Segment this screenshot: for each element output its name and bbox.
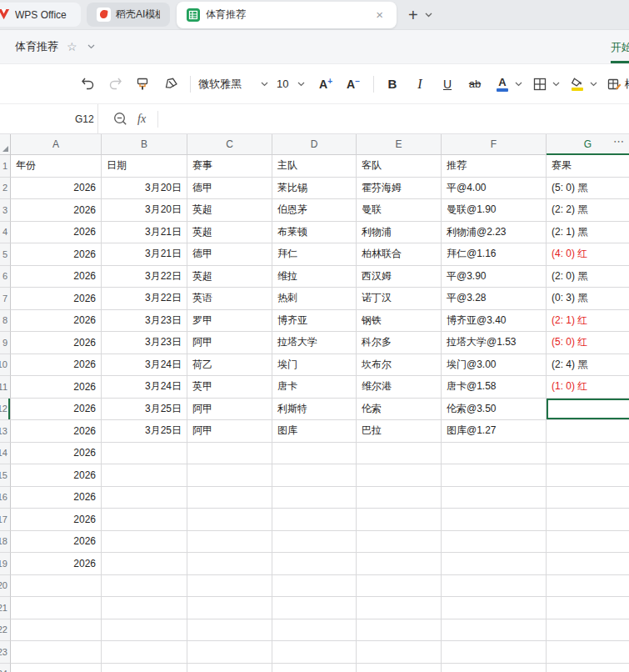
cell[interactable]: 平@4.00: [442, 178, 547, 200]
cell[interactable]: 阿甲: [187, 332, 272, 354]
cell[interactable]: [442, 464, 547, 487]
cell[interactable]: 诺丁汉: [357, 288, 442, 310]
cell[interactable]: (2: 1) 黑: [547, 222, 629, 244]
row-header[interactable]: 1: [0, 155, 11, 178]
row-header[interactable]: 15: [0, 464, 11, 487]
cell[interactable]: 罗甲: [187, 310, 272, 333]
row-header[interactable]: 3: [0, 199, 11, 222]
cell[interactable]: [442, 619, 547, 642]
cell[interactable]: 曼联: [357, 199, 442, 222]
cell[interactable]: 平@3.28: [442, 288, 547, 310]
cell-style-button[interactable]: 样式: [607, 77, 629, 92]
strikethrough-button[interactable]: ab: [464, 73, 486, 96]
cell[interactable]: [442, 443, 547, 465]
cell[interactable]: 柏林联合: [357, 243, 442, 266]
cell[interactable]: [102, 487, 187, 509]
cell[interactable]: [102, 641, 187, 664]
column-header-f[interactable]: F: [442, 134, 547, 155]
cell[interactable]: 2026: [11, 487, 102, 509]
cell[interactable]: 热刺: [272, 288, 357, 310]
bold-button[interactable]: B: [382, 73, 403, 96]
cell[interactable]: 埃门@3.00: [442, 354, 547, 377]
cell[interactable]: 荷乙: [187, 354, 272, 377]
cell[interactable]: [547, 531, 629, 554]
cell[interactable]: 伦索: [357, 399, 442, 421]
cell[interactable]: 2026: [11, 310, 102, 333]
cell[interactable]: [357, 531, 442, 554]
cell[interactable]: 拉塔大学: [272, 332, 357, 354]
cell[interactable]: 博齐亚: [272, 310, 357, 333]
cell[interactable]: [547, 664, 629, 672]
cell[interactable]: [442, 664, 547, 672]
undo-button[interactable]: [77, 73, 98, 96]
ribbon-tab-home[interactable]: 开始: [611, 40, 629, 63]
cell[interactable]: 埃门: [272, 354, 357, 377]
cell[interactable]: [102, 619, 187, 642]
row-header[interactable]: 18: [0, 531, 11, 554]
row-header[interactable]: 6: [0, 266, 11, 288]
cell[interactable]: 2026: [11, 376, 102, 399]
cell[interactable]: 坎布尔: [357, 354, 442, 377]
cell[interactable]: [102, 575, 187, 598]
italic-button[interactable]: I: [409, 73, 431, 96]
cell[interactable]: 西汉姆: [357, 266, 442, 288]
zoom-out-icon[interactable]: [113, 112, 127, 126]
cell[interactable]: [187, 509, 272, 531]
cell[interactable]: 利物浦: [357, 222, 442, 244]
cell[interactable]: [357, 619, 442, 642]
row-header[interactable]: 7: [0, 288, 11, 310]
cell[interactable]: [272, 443, 357, 465]
row-header[interactable]: 2: [0, 178, 11, 200]
cell[interactable]: 唐卡@1.58: [442, 376, 547, 399]
column-header-e[interactable]: E: [357, 134, 442, 155]
cell[interactable]: 伯恩茅: [272, 199, 357, 222]
fill-color-chevron-icon[interactable]: [590, 82, 597, 87]
cell[interactable]: 拜仁: [272, 243, 357, 266]
cell[interactable]: 3月23日: [102, 310, 187, 333]
cell[interactable]: 博齐亚@3.40: [442, 310, 547, 333]
cell[interactable]: 维尔港: [357, 376, 442, 399]
borders-chevron-icon[interactable]: [552, 82, 560, 87]
cell[interactable]: 拉塔大学@1.53: [442, 332, 547, 354]
cell[interactable]: 推荐: [442, 155, 547, 178]
cell[interactable]: [272, 597, 357, 619]
redo-button[interactable]: [104, 73, 126, 96]
tab-docer-ai[interactable]: 稻壳AI模板: [87, 3, 170, 27]
cell[interactable]: 3月22日: [102, 288, 187, 310]
cell[interactable]: [357, 464, 442, 487]
select-all-corner[interactable]: [0, 134, 11, 155]
cell[interactable]: [547, 641, 629, 664]
row-header[interactable]: 4: [0, 222, 11, 244]
cell[interactable]: [272, 487, 357, 509]
cell[interactable]: 英超: [187, 266, 272, 288]
cell[interactable]: [547, 487, 629, 509]
cell[interactable]: [11, 641, 102, 664]
column-header-g-selected[interactable]: G ⋯: [547, 134, 629, 155]
cell[interactable]: 2026: [11, 178, 102, 200]
row-header[interactable]: 8: [0, 310, 11, 333]
cell[interactable]: [442, 575, 547, 598]
cell[interactable]: [272, 664, 357, 672]
column-header-a[interactable]: A: [11, 134, 102, 155]
cell[interactable]: [102, 509, 187, 531]
cell[interactable]: [547, 619, 629, 642]
fill-color-button[interactable]: [567, 73, 588, 96]
cell[interactable]: [357, 443, 442, 465]
cell[interactable]: [187, 597, 272, 619]
cell[interactable]: [357, 553, 442, 575]
cell[interactable]: [272, 619, 357, 642]
cell[interactable]: 赛果: [547, 155, 629, 178]
cell[interactable]: [357, 664, 442, 672]
new-tab-button[interactable]: +: [408, 7, 418, 23]
cell[interactable]: (4: 0) 红: [547, 243, 629, 266]
cell[interactable]: 2026: [11, 199, 102, 222]
cell[interactable]: [547, 443, 629, 465]
font-color-chevron-icon[interactable]: [515, 82, 522, 87]
cell[interactable]: 2026: [11, 464, 102, 487]
cell[interactable]: 图库@1.27: [442, 420, 547, 443]
cell[interactable]: 巴拉: [357, 420, 442, 443]
cell[interactable]: 3月24日: [102, 354, 187, 377]
cell[interactable]: 2026: [11, 354, 102, 377]
cell[interactable]: 3月25日: [102, 420, 187, 443]
cell[interactable]: 3月21日: [102, 222, 187, 244]
